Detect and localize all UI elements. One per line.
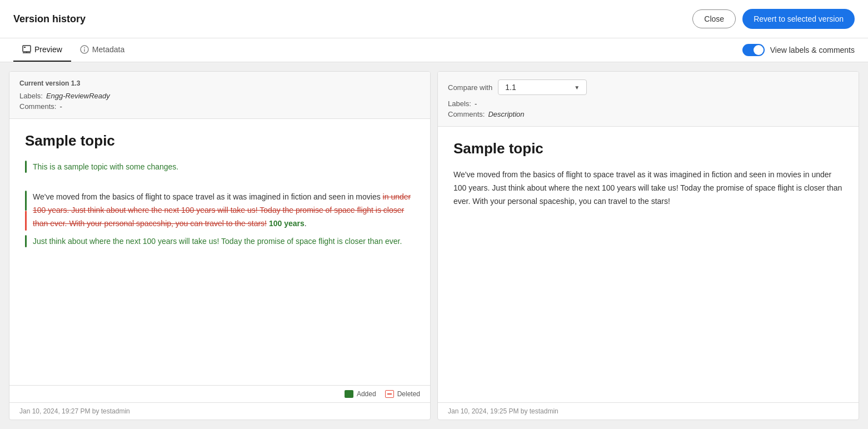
revert-button[interactable]: Revert to selected version — [742, 9, 855, 29]
diff-bar-green-1 — [25, 161, 27, 173]
labels-value: Engg-ReviewReady — [46, 92, 110, 100]
legend-added: Added — [345, 390, 376, 398]
diff-bar-red-1 — [25, 211, 27, 231]
tabs-right: View labels & comments — [742, 44, 855, 56]
legend-deleted-label: Deleted — [397, 390, 420, 398]
diff-mixed-text: We've moved from the basics of flight to… — [33, 191, 415, 230]
legend: Added Deleted — [9, 385, 430, 402]
right-doc-title: Sample topic — [453, 140, 843, 157]
legend-deleted: Deleted — [385, 390, 420, 398]
diff-added-block-2: Just think about where the next 100 year… — [25, 235, 415, 247]
right-panel: Compare with 1.1 ▼ Labels: - Comments: D… — [437, 71, 859, 420]
comments-label: Comments: — [19, 102, 56, 111]
close-button[interactable]: Close — [692, 9, 736, 28]
tabs-bar: Preview Metadata View labels & comments — [0, 38, 868, 62]
added-text-2: Just think about where the next 100 year… — [33, 235, 415, 247]
right-doc-preview: Sample topic We've moved from the basics… — [438, 127, 859, 402]
left-panel-footer: Jan 10, 2024, 19:27 PM by testadmin — [9, 402, 430, 420]
comments-row: Comments: - — [19, 102, 420, 111]
para-text: We've moved from the basics of flight to… — [33, 192, 383, 201]
labels-row: Labels: Engg-ReviewReady — [19, 92, 420, 100]
tab-preview-label: Preview — [34, 45, 62, 54]
preview-icon — [22, 45, 31, 54]
header-actions: Close Revert to selected version — [692, 9, 855, 29]
compare-with-label: Compare with — [448, 83, 492, 92]
svg-rect-3 — [24, 47, 26, 48]
left-doc-title: Sample topic — [25, 132, 415, 149]
left-panel: Current version 1.3 Labels: Engg-ReviewR… — [9, 71, 431, 420]
tab-preview[interactable]: Preview — [13, 38, 71, 62]
added-text-1: This is a sample topic with some changes… — [33, 161, 415, 173]
metadata-icon — [80, 45, 89, 54]
page-title: Version history — [13, 13, 86, 25]
legend-added-label: Added — [357, 390, 376, 398]
current-version-label: Current version 1.3 — [19, 79, 420, 87]
right-labels-row: Labels: - — [448, 99, 849, 108]
right-labels-value: - — [475, 99, 477, 108]
right-doc-text: We've moved from the basics of flight to… — [453, 168, 843, 208]
view-labels-label: View labels & comments — [770, 46, 855, 54]
svg-rect-0 — [23, 46, 31, 52]
left-doc-preview: Sample topic This is a sample topic with… — [9, 119, 430, 385]
diff-added-block-1: This is a sample topic with some changes… — [25, 161, 415, 173]
legend-deleted-box — [385, 390, 394, 398]
left-timestamp: Jan 10, 2024, 19:27 PM by testadmin — [19, 407, 130, 415]
legend-added-box — [345, 390, 353, 398]
comments-value: - — [59, 102, 62, 111]
right-panel-footer: Jan 10, 2024, 19:25 PM by testadmin — [438, 402, 859, 420]
compare-with-row: Compare with 1.1 ▼ — [448, 79, 849, 95]
added-bold: 100 years — [269, 219, 305, 228]
view-labels-toggle[interactable] — [742, 44, 765, 56]
right-comments-value: Description — [488, 110, 524, 118]
right-labels-label: Labels: — [448, 99, 471, 108]
period: . — [305, 219, 307, 228]
tabs-left: Preview Metadata — [13, 38, 133, 62]
labels-label: Labels: — [19, 92, 43, 100]
diff-bar-green-3 — [25, 235, 27, 247]
right-comments-label: Comments: — [448, 110, 485, 118]
tab-metadata[interactable]: Metadata — [71, 38, 133, 62]
diff-mixed-block: We've moved from the basics of flight to… — [25, 191, 415, 230]
right-timestamp: Jan 10, 2024, 19:25 PM by testadmin — [448, 407, 558, 415]
right-panel-meta: Compare with 1.1 ▼ Labels: - Comments: D… — [438, 72, 859, 127]
chevron-down-icon: ▼ — [574, 84, 580, 91]
tab-metadata-label: Metadata — [92, 45, 124, 54]
left-panel-meta: Current version 1.3 Labels: Engg-ReviewR… — [9, 72, 430, 119]
compare-version-select[interactable]: 1.1 ▼ — [498, 79, 587, 95]
diff-bar-green-2 — [25, 191, 27, 211]
header: Version history Close Revert to selected… — [0, 0, 868, 38]
legend-deleted-bar — [387, 393, 392, 395]
right-comments-row: Comments: Description — [448, 110, 849, 118]
svg-point-5 — [84, 47, 85, 48]
compare-version-value: 1.1 — [505, 83, 516, 92]
